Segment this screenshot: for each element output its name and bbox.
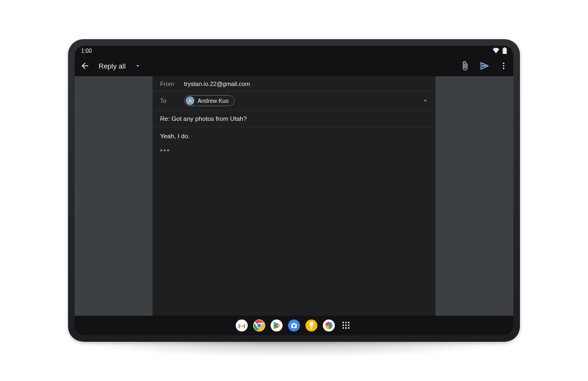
svg-point-2	[503, 67, 505, 69]
wifi-icon	[493, 48, 499, 53]
dock-camera[interactable]	[288, 319, 300, 331]
svg-point-1	[503, 65, 505, 67]
gmail-icon	[238, 323, 246, 329]
attachment-icon	[460, 61, 470, 71]
chevron-down-icon	[421, 97, 429, 105]
dock-chrome[interactable]	[253, 319, 265, 331]
app-bar-title: Reply all	[99, 62, 126, 70]
subject-field[interactable]: Re: Got any photos from Utah?	[152, 110, 436, 127]
photos-icon	[324, 321, 333, 330]
back-button[interactable]	[80, 61, 90, 71]
apps-grid-icon	[342, 322, 350, 329]
body-text: Yeah, I do.	[160, 133, 428, 139]
keep-icon	[309, 322, 314, 329]
reply-mode-dropdown[interactable]	[134, 63, 141, 69]
battery-icon	[503, 47, 507, 54]
expand-recipients-button[interactable]	[421, 97, 429, 105]
tablet-frame: 1:00 Reply all	[68, 39, 520, 342]
more-button[interactable]	[499, 62, 508, 70]
compose-card: From trystan.io.22@gmail.com To A Andrew…	[152, 76, 436, 335]
taskbar	[75, 316, 513, 335]
arrow-back-icon	[80, 61, 90, 71]
status-bar: 1:00	[75, 46, 513, 56]
svg-point-0	[503, 63, 505, 64]
recipient-initial: A	[188, 98, 192, 103]
play-store-icon	[273, 322, 280, 329]
chrome-icon	[253, 319, 265, 331]
dock-gmail[interactable]	[236, 319, 248, 331]
camera-icon	[291, 322, 297, 329]
dock-all-apps[interactable]	[340, 319, 352, 331]
send-button[interactable]	[480, 61, 489, 71]
recipient-name: Andrew Kuo	[198, 97, 229, 104]
subject-text: Re: Got any photos from Utah?	[160, 115, 247, 122]
content-area: From trystan.io.22@gmail.com To A Andrew…	[75, 76, 513, 335]
more-vert-icon	[499, 62, 508, 70]
to-row[interactable]: To A Andrew Kuo	[152, 91, 436, 110]
show-quoted-button[interactable]: •••	[160, 147, 170, 155]
from-label: From	[160, 81, 177, 87]
app-bar: Reply all	[75, 56, 513, 76]
status-time: 1:00	[81, 48, 91, 54]
dock-photos[interactable]	[323, 319, 335, 331]
compose-body[interactable]: Yeah, I do. •••	[152, 127, 436, 335]
send-icon	[480, 61, 489, 71]
recipient-chip[interactable]: A Andrew Kuo	[184, 95, 235, 106]
chevron-down-icon	[134, 63, 141, 69]
from-value: trystan.io.22@gmail.com	[184, 81, 250, 87]
status-icons	[493, 47, 507, 54]
dock-keep[interactable]	[305, 319, 317, 331]
recipient-avatar: A	[186, 96, 194, 105]
dock-play-store[interactable]	[271, 319, 283, 331]
attach-button[interactable]	[460, 61, 470, 71]
from-row[interactable]: From trystan.io.22@gmail.com	[152, 76, 436, 91]
screen: 1:00 Reply all	[75, 46, 513, 335]
to-label: To	[160, 97, 177, 104]
